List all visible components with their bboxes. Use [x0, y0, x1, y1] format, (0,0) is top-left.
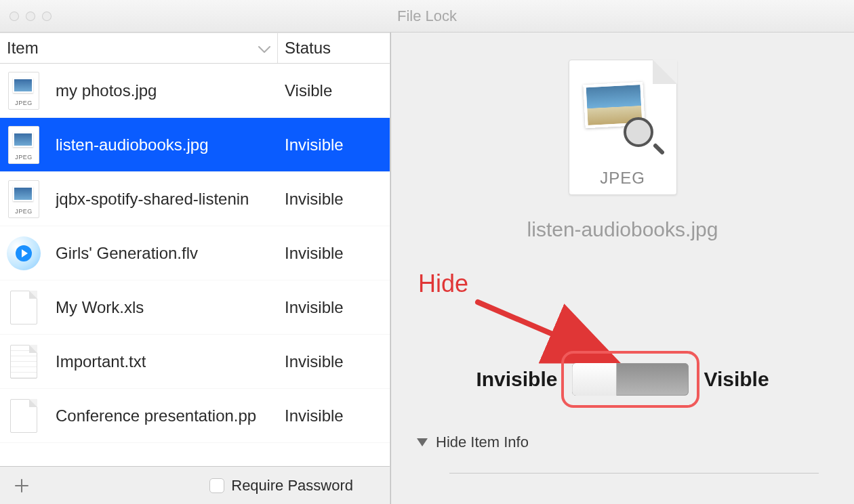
require-password-checkbox[interactable] [209, 478, 224, 493]
file-name: Girls' Generation.flv [56, 244, 198, 263]
cell-item: Girls' Generation.flv [0, 236, 278, 270]
preview-header: JPEG listen-audiobooks.jpg [391, 33, 854, 241]
cell-item: My Work.xls [0, 291, 278, 324]
file-name: my photos.jpg [56, 81, 157, 100]
window: File Lock Item Status my photos.jpgVisib… [0, 0, 854, 504]
cell-item: Important.txt [0, 345, 278, 379]
table-row[interactable]: Girls' Generation.flvInvisible [0, 226, 390, 280]
visibility-toggle-area: Invisible Visible [424, 351, 821, 408]
info-divider [449, 473, 819, 474]
body: Item Status my photos.jpgVisiblelisten-a… [0, 33, 854, 504]
file-icon [7, 399, 41, 433]
cell-item: jqbx-spotify-shared-listenin [0, 182, 278, 216]
toggle-knob[interactable] [572, 363, 617, 396]
file-name: Conference presentation.pp [56, 406, 256, 425]
visibility-toggle[interactable] [572, 363, 689, 396]
disclosure-triangle-icon [417, 438, 428, 446]
table-row[interactable]: listen-audiobooks.jpgInvisible [0, 118, 390, 172]
table-body[interactable]: my photos.jpgVisiblelisten-audiobooks.jp… [0, 64, 390, 466]
jpeg-file-icon [8, 126, 39, 164]
file-name: listen-audiobooks.jpg [56, 135, 208, 154]
column-header-status[interactable]: Status [278, 39, 390, 58]
document-file-icon [10, 291, 37, 324]
cell-status: Invisible [278, 406, 390, 425]
cell-status: Visible [278, 81, 390, 100]
footer-bar: Require Password [0, 466, 390, 504]
file-icon [7, 291, 41, 324]
table-row[interactable]: my photos.jpgVisible [0, 64, 390, 118]
document-file-icon [10, 399, 37, 433]
hide-item-info-label: Hide Item Info [436, 434, 529, 451]
invisible-label: Invisible [476, 368, 557, 391]
cell-item: listen-audiobooks.jpg [0, 128, 278, 162]
table-header: Item Status [0, 33, 390, 64]
jpeg-file-icon [8, 180, 39, 218]
column-header-item[interactable]: Item [0, 33, 278, 63]
cell-item: Conference presentation.pp [0, 399, 278, 433]
text-file-icon [10, 345, 37, 379]
require-password-label: Require Password [231, 477, 353, 495]
hide-item-info-toggle[interactable]: Hide Item Info [417, 434, 529, 451]
file-icon [7, 74, 41, 108]
file-icon [7, 128, 41, 162]
table-row[interactable]: Important.txtInvisible [0, 335, 390, 389]
preview-pane: JPEG listen-audiobooks.jpg Hide Invisibl… [391, 33, 854, 504]
file-name: My Work.xls [56, 298, 144, 317]
visible-label: Visible [704, 368, 769, 391]
jpeg-file-icon [8, 72, 39, 110]
cell-item: my photos.jpg [0, 74, 278, 108]
cell-status: Invisible [278, 190, 390, 209]
column-header-status-label: Status [285, 39, 331, 57]
annotation-highlight-box [561, 351, 699, 408]
file-list-pane: Item Status my photos.jpgVisiblelisten-a… [0, 33, 390, 504]
cell-status: Invisible [278, 298, 390, 317]
file-preview-icon: JPEG [569, 60, 677, 195]
table-body-wrap: my photos.jpgVisiblelisten-audiobooks.jp… [0, 64, 390, 466]
annotation-text: Hide [418, 270, 468, 298]
file-icon [7, 236, 41, 270]
cell-status: Invisible [278, 244, 390, 263]
require-password-option[interactable]: Require Password [209, 477, 353, 495]
add-item-button[interactable] [9, 474, 34, 498]
titlebar: File Lock [0, 0, 854, 33]
file-ext-label: JPEG [569, 169, 676, 188]
file-icon [7, 345, 41, 379]
file-icon [7, 182, 41, 216]
table-row[interactable]: My Work.xlsInvisible [0, 280, 390, 335]
sort-chevron-icon [258, 39, 270, 58]
window-title: File Lock [0, 7, 854, 25]
table-row[interactable]: Conference presentation.ppInvisible [0, 389, 390, 443]
preview-filename: listen-audiobooks.jpg [527, 218, 718, 241]
cell-status: Invisible [278, 352, 390, 371]
file-name: jqbx-spotify-shared-listenin [56, 190, 249, 209]
cell-status: Invisible [278, 135, 390, 154]
video-file-icon [7, 236, 41, 270]
column-header-item-label: Item [7, 39, 39, 58]
file-name: Important.txt [56, 352, 146, 371]
table-row[interactable]: jqbx-spotify-shared-listeninInvisible [0, 172, 390, 226]
